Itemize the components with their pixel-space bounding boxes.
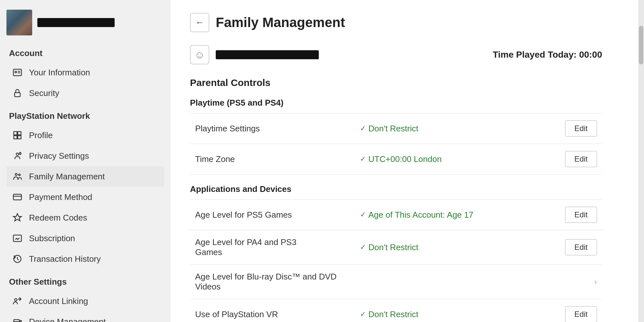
edit-button[interactable]: Edit — [565, 306, 597, 322]
row-label: Playtime Settings — [190, 113, 355, 144]
sidebar-item-label: Family Management — [29, 172, 105, 182]
row-action: Edit — [539, 299, 602, 322]
check-icon: ✓ — [360, 243, 366, 251]
check-icon: ✓ — [360, 124, 366, 133]
section-other-label: Other Settings — [6, 277, 164, 287]
row-action: Edit — [539, 230, 602, 265]
avatar — [6, 10, 32, 35]
lock-icon — [12, 87, 23, 99]
child-face-icon: ☺ — [190, 45, 209, 64]
scrollbar-thumb[interactable] — [639, 26, 643, 64]
sidebar-item-account-linking[interactable]: Account Linking — [6, 291, 164, 311]
svg-point-9 — [16, 153, 19, 156]
child-name-redacted — [216, 50, 319, 59]
edit-button[interactable]: Edit — [565, 120, 597, 137]
svg-point-14 — [19, 174, 20, 176]
value-text: UTC+00:00 London — [368, 154, 442, 164]
row-label: Age Level for PA4 and PS3Games — [190, 230, 355, 265]
section-account-label: Account — [6, 48, 164, 58]
link-person-icon — [12, 295, 23, 307]
row-action: Edit — [524, 113, 602, 144]
edit-button[interactable]: Edit — [565, 239, 597, 255]
sidebar-item-payment-method[interactable]: Payment Method — [6, 187, 164, 207]
sidebar-item-privacy-settings[interactable]: Privacy Settings — [6, 146, 164, 166]
sidebar-item-label: Transaction History — [29, 254, 101, 264]
scrollbar-track[interactable] — [638, 0, 644, 322]
sidebar-item-label: Profile — [29, 130, 53, 140]
row-label: Age Level for Blu-ray Disc™ and DVD Vide… — [190, 265, 355, 299]
sidebar-item-label: Privacy Settings — [29, 151, 89, 161]
svg-rect-5 — [14, 132, 17, 135]
page-header: ← Family Management — [190, 13, 602, 32]
table-row: Age Level for Blu-ray Disc™ and DVD Vide… — [190, 265, 602, 299]
row-action: Edit — [539, 200, 602, 230]
sidebar-item-label: Payment Method — [29, 192, 92, 202]
username-redacted — [37, 18, 115, 27]
row-value: ✓ Don't Restrict — [355, 299, 539, 322]
sidebar-item-label: Redeem Codes — [29, 213, 87, 223]
user-profile-area — [6, 10, 164, 35]
grid-icon — [12, 129, 23, 141]
check-icon: ✓ — [360, 155, 366, 163]
sidebar-item-label: Security — [29, 88, 59, 98]
history-icon — [12, 253, 23, 265]
svg-point-10 — [19, 153, 21, 154]
child-row: ☺ Time Played Today: 00:00 — [190, 45, 602, 64]
sidebar-item-redeem-codes[interactable]: Redeem Codes — [6, 207, 164, 228]
person-card-icon — [12, 67, 23, 78]
device-icon — [12, 316, 23, 322]
sidebar-item-label: Device Management — [29, 317, 106, 322]
apps-section-label: Applications and Devices — [190, 184, 602, 194]
sidebar-item-transaction-history[interactable]: Transaction History — [6, 249, 164, 269]
check-icon: ✓ — [360, 310, 366, 318]
svg-rect-20 — [20, 320, 22, 322]
back-button[interactable]: ← — [190, 13, 209, 32]
time-played-value: 00:00 — [579, 50, 602, 60]
row-value: ✓ Don't Restrict — [355, 230, 539, 265]
avatar-image — [6, 10, 32, 35]
sidebar-item-label: Account Linking — [29, 296, 88, 306]
svg-rect-4 — [14, 93, 20, 97]
table-row: Playtime Settings ✓ Don't Restrict Edit — [190, 113, 602, 144]
sidebar-item-label: Subscription — [29, 233, 75, 243]
family-icon — [12, 171, 23, 182]
row-value — [355, 265, 539, 299]
sidebar-item-your-information[interactable]: Your Information — [6, 62, 164, 83]
sidebar-item-subscription[interactable]: Subscription — [6, 228, 164, 249]
parental-controls-title: Parental Controls — [190, 77, 602, 91]
time-played-label: Time Played Today: — [493, 50, 576, 60]
svg-rect-8 — [18, 136, 21, 139]
row-label: Time Zone — [190, 144, 355, 175]
svg-point-13 — [15, 174, 17, 175]
redeem-icon — [12, 212, 23, 223]
edit-button[interactable]: Edit — [565, 151, 597, 167]
sidebar-item-family-management[interactable]: Family Management — [6, 166, 164, 187]
sidebar-item-profile[interactable]: Profile — [6, 125, 164, 146]
playtime-section-label: Playtime (PS5 and PS4) — [190, 98, 602, 108]
table-row: Use of PlayStation VR ✓ Don't Restrict E… — [190, 299, 602, 322]
row-value: ✓ Don't Restrict — [355, 113, 524, 144]
svg-rect-17 — [14, 235, 22, 242]
row-value: ✓ Age of This Account: Age 17 — [355, 200, 539, 230]
row-label: Age Level for PS5 Games — [190, 200, 355, 230]
sidebar-item-security[interactable]: Security — [6, 83, 164, 103]
sidebar: Account Your Information Security PlaySt… — [0, 0, 171, 322]
subscription-icon — [12, 232, 23, 244]
value-text: Don't Restrict — [368, 242, 418, 252]
section-psn-label: PlayStation Network — [6, 111, 164, 121]
time-played: Time Played Today: 00:00 — [493, 50, 602, 60]
sidebar-item-device-management[interactable]: Device Management — [6, 311, 164, 322]
edit-button[interactable]: Edit — [565, 207, 597, 223]
svg-rect-6 — [18, 132, 21, 135]
row-chevron: › — [539, 265, 602, 299]
table-row: Age Level for PS5 Games ✓ Age of This Ac… — [190, 200, 602, 230]
svg-point-18 — [14, 299, 17, 301]
credit-card-icon — [12, 191, 23, 203]
playtime-table: Playtime Settings ✓ Don't Restrict Edit — [190, 113, 602, 175]
value-text: Don't Restrict — [368, 124, 418, 134]
table-row: Time Zone ✓ UTC+00:00 London Edit — [190, 144, 602, 175]
check-icon: ✓ — [360, 211, 366, 219]
row-value: ✓ UTC+00:00 London — [355, 144, 524, 175]
svg-rect-15 — [14, 194, 22, 200]
sidebar-item-label: Your Information — [29, 68, 90, 78]
